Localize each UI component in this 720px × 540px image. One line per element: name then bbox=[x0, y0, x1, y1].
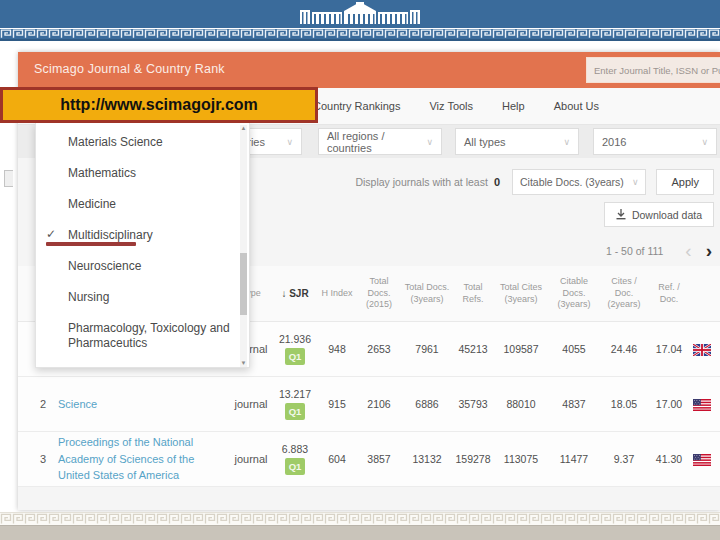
dropdown-item-materials-science[interactable]: Materials Science bbox=[36, 127, 249, 158]
metric-value: Citable Docs. (3years) bbox=[520, 176, 624, 188]
row-sjr: 21.936Q1 bbox=[274, 333, 316, 365]
type-select[interactable]: All types ∨ bbox=[455, 128, 579, 155]
chevron-down-icon: ∨ bbox=[693, 137, 708, 147]
row-total-docs-3y: 6886 bbox=[404, 398, 450, 410]
dropdown-scrollbar[interactable]: ▲ ▼ bbox=[240, 125, 247, 367]
scroll-up-icon[interactable]: ▲ bbox=[240, 125, 247, 132]
chevron-down-icon: ∨ bbox=[555, 137, 570, 147]
col-cites-per-doc[interactable]: Cites / Doc. (2years) bbox=[602, 276, 646, 311]
col-total-docs-2015[interactable]: Total Docs. (2015) bbox=[358, 276, 400, 311]
scroll-down-icon[interactable]: ▼ bbox=[240, 360, 247, 367]
site-header: Scimago Journal & Country Rank bbox=[18, 52, 720, 88]
row-citable-docs-3y: 4055 bbox=[550, 343, 598, 355]
row-rank: 2 bbox=[32, 398, 54, 410]
journal-link[interactable]: Proceedings of the National Academy of S… bbox=[58, 434, 228, 484]
red-underline-annotation bbox=[46, 242, 136, 246]
row-total-cites-3y: 88010 bbox=[496, 398, 546, 410]
row-h-index: 915 bbox=[320, 398, 354, 410]
sort-desc-icon: ↓ bbox=[281, 288, 286, 299]
row-total-refs: 35793 bbox=[454, 398, 492, 410]
download-data-button[interactable]: Download data bbox=[604, 202, 714, 227]
dropdown-item-multidisciplinary[interactable]: ✓ Multidisciplinary bbox=[36, 220, 249, 251]
row-total-refs: 45213 bbox=[454, 343, 492, 355]
dropdown-item-mathematics[interactable]: Mathematics bbox=[36, 158, 249, 189]
download-label: Download data bbox=[632, 209, 702, 221]
row-type: journal bbox=[232, 453, 270, 465]
region-select[interactable]: All regions / countries ∨ bbox=[318, 128, 442, 155]
col-h-index[interactable]: H Index bbox=[320, 288, 354, 300]
row-sjr: 13.217Q1 bbox=[274, 388, 316, 420]
row-total-docs-3y: 7961 bbox=[404, 343, 450, 355]
next-page-icon[interactable]: › bbox=[706, 242, 712, 260]
col-sjr-sorted[interactable]: ↓ SJR bbox=[274, 287, 316, 300]
row-total-cites-3y: 109587 bbox=[496, 343, 546, 355]
slide-top-banner bbox=[0, 0, 720, 28]
flag-gb-icon bbox=[693, 344, 711, 356]
quartile-badge: Q1 bbox=[285, 403, 305, 420]
dropdown-item-neuroscience[interactable]: Neuroscience bbox=[36, 251, 249, 282]
dropdown-item-physics-astronomy[interactable]: Physics and Astronomy bbox=[36, 359, 249, 368]
metric-select[interactable]: Citable Docs. (3years) ∨ bbox=[512, 169, 646, 195]
check-icon: ✓ bbox=[46, 227, 56, 242]
quartile-badge: Q1 bbox=[285, 458, 305, 475]
nav-viz-tools[interactable]: Viz Tools bbox=[429, 100, 473, 112]
row-citable-docs-3y: 11477 bbox=[550, 453, 598, 465]
subject-area-dropdown: Materials Science Mathematics Medicine ✓… bbox=[35, 122, 250, 368]
row-cites-per-doc: 18.05 bbox=[602, 398, 646, 410]
page-range: 1 - 50 of 111 bbox=[606, 245, 663, 257]
row-total-refs: 159278 bbox=[454, 453, 492, 465]
capitol-building-icon bbox=[300, 2, 420, 27]
row-ref-per-doc: 17.00 bbox=[650, 398, 688, 410]
row-total-cites-3y: 113075 bbox=[496, 453, 546, 465]
dropdown-item-pharmacology[interactable]: Pharmacology, Toxicology and Pharmaceuti… bbox=[36, 313, 249, 359]
display-filter-label: Display journals with at least bbox=[355, 176, 487, 188]
table-row: 3 Proceedings of the National Academy of… bbox=[18, 432, 720, 487]
col-citable-docs-3y[interactable]: Citable Docs. (3years) bbox=[550, 276, 598, 311]
chevron-down-icon: ∨ bbox=[278, 137, 293, 147]
row-total-docs-3y: 13132 bbox=[404, 453, 450, 465]
year-select[interactable]: 2016 ∨ bbox=[593, 128, 717, 155]
type-value: All types bbox=[464, 136, 506, 148]
slide-bottom-bar bbox=[0, 525, 720, 540]
row-rank: 3 bbox=[32, 453, 54, 465]
journal-link[interactable]: Science bbox=[58, 396, 228, 413]
flag-us-icon bbox=[693, 399, 711, 411]
row-sjr: 6.883Q1 bbox=[274, 443, 316, 475]
col-ref-per-doc[interactable]: Ref. / Doc. bbox=[650, 282, 688, 305]
row-total-docs-2015: 2653 bbox=[358, 343, 400, 355]
journal-search-input[interactable] bbox=[586, 57, 720, 83]
row-cites-per-doc: 9.37 bbox=[602, 453, 646, 465]
greek-key-border-bottom bbox=[0, 512, 720, 525]
nav-help[interactable]: Help bbox=[502, 100, 525, 112]
nav-country-rankings[interactable]: Country Rankings bbox=[313, 100, 400, 112]
nav-about-us[interactable]: About Us bbox=[554, 100, 599, 112]
col-total-cites-3y[interactable]: Total Cites (3years) bbox=[496, 282, 546, 305]
url-annotation-text: http://www.scimagojr.com bbox=[60, 96, 258, 114]
row-citable-docs-3y: 4837 bbox=[550, 398, 598, 410]
row-ref-per-doc: 41.30 bbox=[650, 453, 688, 465]
site-title: Scimago Journal & Country Rank bbox=[34, 62, 225, 76]
chevron-down-icon: ∨ bbox=[418, 137, 433, 147]
slide: Scimago Journal & Country Rank Country R… bbox=[0, 0, 720, 540]
row-h-index: 948 bbox=[320, 343, 354, 355]
url-annotation-box: http://www.scimagojr.com bbox=[0, 87, 318, 123]
col-total-refs[interactable]: Total Refs. bbox=[454, 282, 492, 305]
col-sjr-label: SJR bbox=[289, 288, 308, 299]
row-type: journal bbox=[232, 398, 270, 410]
display-filter-value[interactable]: 0 bbox=[494, 176, 500, 188]
row-cites-per-doc: 24.46 bbox=[602, 343, 646, 355]
year-value: 2016 bbox=[602, 136, 626, 148]
dropdown-item-medicine[interactable]: Medicine bbox=[36, 189, 249, 220]
row-total-docs-2015: 3857 bbox=[358, 453, 400, 465]
table-row: 2 Science journal 13.217Q1 915 2106 6886… bbox=[18, 377, 720, 432]
apply-button[interactable]: Apply bbox=[656, 169, 714, 195]
scrollbar-thumb[interactable] bbox=[240, 253, 247, 315]
col-total-docs-3y[interactable]: Total Docs. (3years) bbox=[404, 282, 450, 305]
download-icon bbox=[616, 209, 626, 220]
row-total-docs-2015: 2106 bbox=[358, 398, 400, 410]
dropdown-item-nursing[interactable]: Nursing bbox=[36, 282, 249, 313]
row-h-index: 604 bbox=[320, 453, 354, 465]
prev-page-icon[interactable]: ‹ bbox=[685, 242, 691, 260]
region-value: All regions / countries bbox=[327, 130, 418, 154]
row-ref-per-doc: 17.04 bbox=[650, 343, 688, 355]
